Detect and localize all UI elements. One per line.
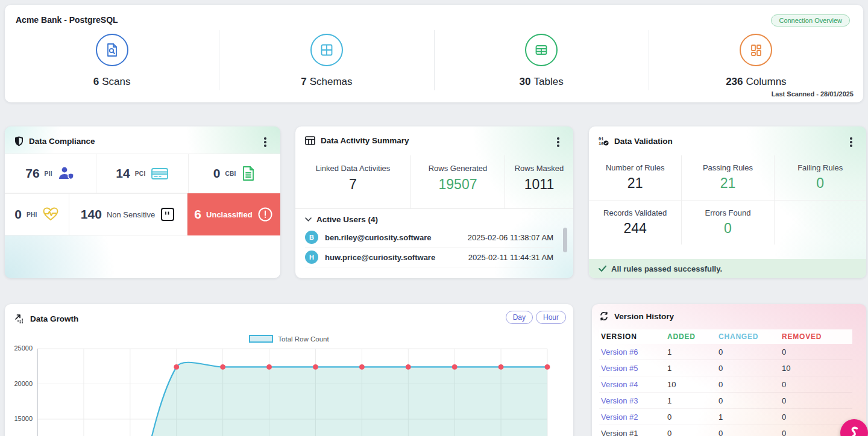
linked-activities-value: 7	[349, 176, 357, 193]
tables-label: Tables	[534, 76, 564, 87]
user-email: ben.riley@curiosity.software	[325, 233, 468, 242]
version-row: Version #3 1 0 0	[599, 393, 852, 409]
removed-count: 0	[782, 396, 848, 405]
version-link[interactable]: Version #6	[599, 347, 667, 357]
version-link[interactable]: Version #3	[599, 396, 667, 405]
activity-stats: Linked Data Activities 7 Rows Generated …	[295, 155, 573, 209]
total-row-count-chart[interactable]	[5, 340, 573, 436]
changed-count: 0	[719, 347, 782, 357]
connection-overview-card: Acme Bank - PostgreSQL Connection Overvi…	[5, 5, 863, 102]
added-count: 10	[667, 380, 719, 389]
added-count: 1	[667, 364, 719, 373]
heart-pulse-icon	[42, 207, 59, 222]
shield-icon	[14, 136, 24, 146]
data-validation-card: 01 10 Data Validation Number of Rules21 …	[589, 126, 866, 278]
added-count: 1	[667, 347, 719, 357]
changed-count: 0	[719, 364, 782, 373]
scans-label: Scans	[102, 76, 130, 87]
user-timestamp: 2025-02-11 11:44:31 AM	[468, 253, 553, 262]
col-removed: REMOVED	[782, 332, 848, 341]
version-link: Version #1	[599, 429, 667, 436]
compliance-cell-phi[interactable]: 0 PHI	[5, 193, 69, 235]
columns-label: Columns	[746, 76, 787, 87]
trend-chart-icon	[14, 314, 25, 323]
version-link[interactable]: Version #5	[599, 364, 667, 373]
tables-count: 30	[520, 76, 531, 87]
credit-card-icon	[151, 166, 169, 181]
day-toggle-button[interactable]: Day	[506, 311, 533, 324]
curiosity-logo-icon	[848, 426, 860, 436]
compliance-cell-pci[interactable]: 14 PCI	[96, 154, 188, 193]
schemas-count: 7	[301, 76, 306, 87]
user-email: huw.price@curiosity.software	[325, 253, 468, 262]
removed-count: 10	[782, 364, 848, 373]
passing-rules-value: 21	[720, 175, 736, 192]
number-of-rules-value: 21	[627, 175, 643, 192]
schema-grid-icon	[310, 34, 343, 66]
version-row: Version #6 1 0 0	[599, 344, 852, 360]
connection-overview-badge[interactable]: Connection Overview	[771, 14, 850, 26]
compliance-cell-non-sensitive[interactable]: 140 Non Sensitive	[69, 193, 187, 235]
page-title: Acme Bank - PostgreSQL	[16, 15, 118, 25]
stat-scans[interactable]: 6Scans	[5, 30, 219, 90]
table-header-row: VERSION ADDED CHANGED REMOVED	[599, 329, 852, 344]
user-row[interactable]: H huw.price@curiosity.software 2025-02-1…	[305, 248, 553, 267]
data-point-marker	[266, 364, 272, 370]
scrollbar[interactable]	[563, 228, 567, 252]
compliance-cell-pii[interactable]: 76 PII	[5, 154, 96, 193]
version-history-card: Version History VERSION ADDED CHANGED RE…	[592, 304, 866, 436]
compliance-cell-unclassified[interactable]: 6 Unclassified	[187, 193, 280, 235]
user-timestamp: 2025-02-06 11:38:07 AM	[468, 233, 553, 242]
version-row: Version #1 0 0 0	[599, 425, 852, 436]
stat-schemas[interactable]: 7Schemas	[219, 30, 433, 90]
scan-file-icon	[96, 34, 128, 66]
pause-square-icon	[160, 207, 175, 222]
validation-success-banner: All rules passed successfully.	[589, 259, 866, 278]
version-link[interactable]: Version #2	[599, 413, 667, 422]
version-history-table: VERSION ADDED CHANGED REMOVED Version #6…	[599, 329, 852, 436]
added-count: 0	[667, 429, 719, 436]
records-validated-value: 244	[623, 220, 646, 237]
rows-generated-value: 19507	[439, 176, 477, 193]
stat-columns[interactable]: 236Columns	[649, 30, 863, 90]
removed-count: 0	[782, 380, 848, 389]
scans-count: 6	[93, 76, 99, 87]
changed-count: 0	[719, 396, 782, 405]
added-count: 0	[667, 413, 719, 422]
removed-count: 0	[782, 413, 848, 422]
svg-text:10: 10	[599, 142, 603, 146]
active-users-list: B ben.riley@curiosity.software 2025-02-0…	[305, 228, 553, 267]
data-point-marker	[545, 364, 550, 370]
columns-icon	[740, 34, 772, 66]
table-icon	[525, 34, 558, 66]
col-added: ADDED	[667, 332, 719, 341]
kebab-menu[interactable]	[847, 137, 855, 147]
version-link[interactable]: Version #4	[599, 380, 667, 389]
kebab-menu[interactable]	[261, 137, 269, 147]
data-point-marker	[313, 364, 318, 370]
data-compliance-card: Data Compliance 76 PII 14 PCI	[5, 126, 280, 278]
user-row[interactable]: B ben.riley@curiosity.software 2025-02-0…	[305, 228, 553, 248]
changed-count: 0	[719, 429, 782, 436]
connection-stats-row: 6Scans 7Schemas 30Tables	[5, 30, 863, 90]
card-title: Data Growth	[30, 314, 78, 323]
added-count: 1	[667, 396, 719, 405]
card-title: Data Compliance	[29, 137, 95, 146]
changed-count: 0	[719, 380, 782, 389]
changed-count: 1	[719, 413, 782, 422]
rows-masked-value: 1011	[524, 176, 554, 193]
alert-circle-icon	[257, 207, 273, 222]
version-row: Version #4 10 0 0	[599, 376, 852, 393]
hour-toggle-button[interactable]: Hour	[536, 311, 566, 324]
kebab-menu[interactable]	[554, 137, 562, 147]
data-point-marker	[220, 364, 225, 370]
avatar: B	[305, 231, 318, 244]
compliance-cell-cbi[interactable]: 0 CBI	[189, 154, 280, 193]
card-title: Version History	[614, 312, 674, 321]
document-icon	[241, 166, 256, 181]
active-users-toggle[interactable]: Active Users (4)	[305, 215, 378, 224]
stat-tables[interactable]: 30Tables	[435, 30, 649, 90]
data-point-marker	[406, 364, 411, 370]
version-row: Version #2 0 1 0	[599, 409, 852, 425]
avatar: H	[305, 251, 318, 264]
